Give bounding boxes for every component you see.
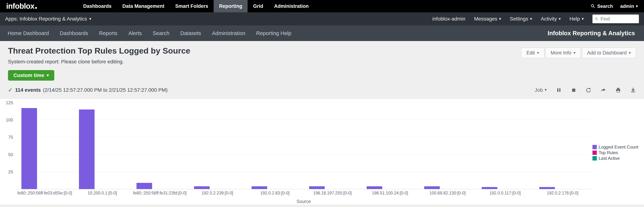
activity-menu[interactable]: Activity ▾	[541, 16, 561, 22]
pause-icon	[556, 87, 562, 93]
bar-slot	[246, 102, 304, 189]
bar[interactable]	[136, 183, 152, 189]
plot-area	[16, 99, 591, 189]
report-content: Threat Protection Top Rules Logged by So…	[0, 41, 644, 204]
caret-down-icon: ▾	[559, 17, 561, 21]
report-header: Threat Protection Top Rules Logged by So…	[0, 46, 644, 65]
bar[interactable]	[309, 186, 325, 189]
y-tick-label: 25	[8, 170, 13, 174]
bar[interactable]	[424, 186, 440, 189]
legend-item[interactable]: Logged Event Count	[592, 144, 644, 150]
search-icon	[595, 17, 598, 21]
messages-menu[interactable]: Messages ▾	[474, 16, 501, 22]
subnav-home-dashboard[interactable]: Home Dashboard	[2, 26, 54, 41]
print-icon	[615, 87, 621, 93]
x-tick-label: 192.0.2.239:[0-0]	[188, 191, 246, 196]
logo-dot-icon	[35, 7, 37, 9]
subnav-search[interactable]: Search	[147, 26, 175, 41]
report-subtitle: System-created report: Please clone befo…	[8, 59, 190, 65]
topnav-data-management[interactable]: Data Management	[117, 0, 170, 12]
apps-menu[interactable]: Apps: Infoblox Reporting & Analytics ▾	[5, 16, 91, 22]
settings-menu[interactable]: Settings ▾	[510, 16, 532, 22]
help-menu[interactable]: Help ▾	[570, 16, 584, 22]
job-menu[interactable]: Job ▾	[535, 87, 547, 93]
x-labels-row: fe80::250:56ff:fe03:d55e:[0-0]10.200.0.1…	[16, 191, 591, 196]
top-nav: Dashboards Data Management Smart Folders…	[78, 0, 314, 12]
topnav-grid[interactable]: Grid	[248, 0, 269, 12]
bar[interactable]	[79, 110, 94, 189]
caret-down-icon: ▾	[574, 51, 576, 55]
bar[interactable]	[367, 186, 382, 189]
topnav-administration[interactable]: Administration	[269, 0, 314, 12]
subnav-datasets[interactable]: Datasets	[175, 26, 206, 41]
pause-button[interactable]	[556, 87, 562, 93]
legend-item[interactable]: Top Rules	[592, 150, 644, 155]
user-account-link[interactable]: infoblox-admin	[432, 16, 466, 22]
topnav-smart-folders[interactable]: Smart Folders	[170, 0, 214, 12]
user-name: admin	[620, 4, 634, 9]
subnav-dashboards[interactable]: Dashboards	[54, 26, 94, 41]
legend-item[interactable]: Last Active	[592, 156, 644, 161]
print-button[interactable]	[615, 87, 621, 93]
legend-label: Top Rules	[598, 150, 618, 155]
app-sub-nav: Home Dashboard Dashboards Reports Alerts…	[0, 26, 644, 41]
subnav-reporting-help[interactable]: Reporting Help	[251, 26, 296, 41]
more-info-button[interactable]: More Info ▾	[546, 48, 581, 58]
subnav-administration[interactable]: Administration	[206, 26, 251, 41]
bar-slot	[74, 102, 131, 189]
bars-row	[16, 102, 591, 189]
legend-swatch	[592, 145, 597, 149]
legend-swatch	[592, 150, 597, 155]
reload-button[interactable]	[586, 87, 591, 93]
y-tick-label: 125	[6, 100, 13, 105]
x-axis-title: Source	[16, 199, 591, 204]
bar[interactable]	[22, 108, 37, 189]
bar-slot	[188, 102, 246, 189]
time-range-row: Custom time ▾	[0, 70, 644, 80]
caret-down-icon: ▾	[89, 17, 91, 21]
x-tick-label: 10.200.0.1:[0-0]	[74, 191, 131, 196]
logo-text: infoblox	[6, 2, 34, 10]
bar[interactable]	[252, 186, 267, 189]
bar[interactable]	[194, 186, 210, 189]
app-bar: Apps: Infoblox Reporting & Analytics ▾ i…	[0, 12, 644, 26]
x-tick-label: 192.0.2.176:[0-0]	[534, 191, 591, 196]
share-button[interactable]	[600, 87, 606, 93]
export-button[interactable]	[630, 87, 636, 93]
reload-icon	[586, 87, 591, 93]
bar[interactable]	[539, 187, 555, 189]
global-search-button[interactable]: Search	[591, 4, 613, 9]
legend-label: Logged Event Count	[598, 144, 638, 150]
caret-down-icon: ▾	[636, 4, 638, 8]
topnav-dashboards[interactable]: Dashboards	[78, 0, 117, 12]
topnav-reporting[interactable]: Reporting	[214, 0, 248, 12]
infoblox-logo[interactable]: infoblox	[6, 2, 37, 10]
chart: 255075100125 fe80::250:56ff:fe03:d55e:[0…	[0, 99, 644, 204]
apps-menu-label: Apps: Infoblox Reporting & Analytics	[5, 16, 87, 22]
app-title: Infoblox Reporting & Analytics	[548, 30, 635, 37]
bar-slot	[419, 102, 476, 189]
add-to-dashboard-button[interactable]: Add to Dashboard ▾	[582, 48, 636, 58]
y-tick-label: 75	[8, 135, 13, 140]
edit-button[interactable]: Edit ▾	[521, 48, 544, 58]
events-count: 114 events	[15, 87, 41, 93]
time-range-picker-button[interactable]: Custom time ▾	[8, 70, 54, 80]
appbar-right: infoblox-admin Messages ▾ Settings ▾ Act…	[432, 14, 639, 23]
caret-down-icon: ▾	[47, 73, 49, 77]
report-actions: Edit ▾ More Info ▾ Add to Dashboard ▾	[521, 48, 636, 58]
caret-down-icon: ▾	[582, 17, 584, 21]
x-tick-label: 192.0.0.117:[0-0]	[476, 191, 534, 196]
caret-down-icon: ▾	[545, 88, 547, 92]
share-icon	[600, 87, 606, 93]
subnav-reports[interactable]: Reports	[94, 26, 123, 41]
report-title-block: Threat Protection Top Rules Logged by So…	[8, 46, 190, 65]
x-tick-label: fe80::250:56ff:fe03:d55e:[0-0]	[16, 191, 74, 196]
job-status-row: ✓ 114 events (2/14/25 12:57:27.000 PM to…	[0, 87, 644, 93]
user-menu[interactable]: admin ▾	[620, 4, 638, 9]
bar[interactable]	[482, 187, 497, 189]
plot-column: fe80::250:56ff:fe03:d55e:[0-0]10.200.0.1…	[16, 99, 591, 204]
stop-button[interactable]	[571, 87, 576, 93]
subnav-alerts[interactable]: Alerts	[123, 26, 147, 41]
find-search-box	[592, 14, 639, 23]
find-input[interactable]	[600, 16, 637, 22]
